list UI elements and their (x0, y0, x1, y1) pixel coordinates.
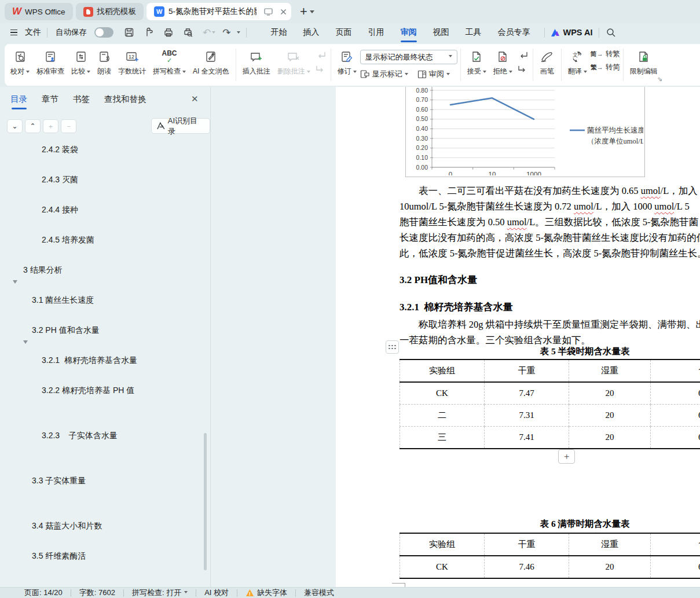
markup-state-select[interactable]: 显示标记的最终状态 (360, 50, 457, 64)
divider (71, 589, 71, 597)
tab-wps-home[interactable]: W WPS Office (5, 3, 73, 20)
document-tab-title: 5-氮杂胞苷对平菇生长的影响 (168, 6, 256, 17)
to-simplified-button[interactable]: 繁→ 转简 (591, 63, 620, 72)
menu-member[interactable]: 会员专享 (490, 24, 538, 41)
track-changes-button[interactable]: 修订 (334, 44, 360, 76)
standard-review-button[interactable]: 标准审查 (33, 44, 68, 76)
proofread-button[interactable]: 校对 (7, 44, 33, 76)
toc-item[interactable]: 2.4.2 装袋 (42, 145, 78, 155)
table-cell: 干重 (485, 533, 569, 556)
autosave-control[interactable]: 自动保存 (56, 27, 113, 38)
toc-item[interactable]: 3.3 子实体重量 (32, 476, 86, 486)
redo-icon[interactable]: ↷ (222, 27, 230, 39)
review-pane-button[interactable]: 审阅 (417, 69, 450, 79)
toc-item[interactable]: 3.2 PH 值和含水量 (32, 325, 100, 336)
word-count-indicator[interactable]: 字数: 7602 (79, 588, 115, 598)
compatibility-mode-badge[interactable]: 兼容模式 (304, 588, 334, 598)
autosave-toggle[interactable] (94, 27, 113, 38)
next-change-icon[interactable] (518, 65, 528, 74)
previous-change-icon[interactable] (518, 51, 528, 60)
table-cell: 7.31 (485, 405, 569, 427)
toc-item[interactable]: 3.2.3 子实体含水量 (42, 431, 118, 441)
insert-comment-button[interactable]: 插入批注 (239, 44, 274, 76)
toc-item[interactable]: 3.2.1 棉籽壳培养基含水量 (42, 355, 137, 366)
menu-start[interactable]: 开始 (263, 24, 295, 41)
table-cell: 20 (569, 382, 651, 405)
close-tab-icon[interactable] (280, 9, 287, 15)
tab-list-chevron-icon[interactable] (310, 10, 314, 16)
menu-tools[interactable]: 工具 (457, 24, 490, 41)
menu-view[interactable]: 视图 (425, 24, 457, 41)
file-menu[interactable]: 文件 (10, 27, 41, 38)
toc-item[interactable]: 3.5 纤维素酶活 (32, 551, 86, 562)
ai-recognize-toc-button[interactable]: AI识别目录 (151, 118, 210, 134)
pane-scrollbar[interactable] (204, 433, 207, 570)
wps-ai-button[interactable]: WPS AI (551, 28, 593, 37)
read-aloud-label: 朗读 (97, 67, 111, 76)
monitor-icon[interactable] (264, 8, 273, 16)
reject-button[interactable]: 拒绝 (490, 44, 516, 76)
toc-item[interactable]: 3.2.2 棉籽壳培养基 PH 值 (42, 386, 134, 396)
tab-chapters[interactable]: 章节 (42, 94, 58, 109)
toc-item[interactable]: 2.4.5 培养发菌 (42, 235, 94, 245)
svg-text:10: 10 (489, 171, 496, 175)
menu-page[interactable]: 页面 (328, 24, 360, 41)
ink-brush-button[interactable]: 画笔 (536, 44, 558, 76)
collapse-ribbon-icon[interactable]: ⇘ (657, 75, 662, 83)
print-preview-icon[interactable] (182, 26, 195, 39)
docer-tab-label: 找稻壳模板 (97, 6, 137, 17)
add-row-button[interactable]: ＋ (558, 449, 575, 464)
toc-item[interactable]: 3.4 菇盖大小和片数 (32, 521, 102, 531)
redo-chevron-icon[interactable] (237, 31, 240, 35)
tab-docer-templates[interactable]: 找稻壳模板 (76, 3, 144, 20)
embedded-chart[interactable]: 0.000.100.200.300.400.500.600.700.800101… (405, 87, 645, 177)
close-pane-icon[interactable]: ✕ (191, 94, 199, 104)
compare-button[interactable]: 比较 (68, 44, 94, 76)
ai-proofread-status[interactable]: AI 校对 (204, 588, 229, 598)
read-aloud-button[interactable]: 朗读 (94, 44, 115, 76)
tab-document[interactable]: W 5-氮杂胞苷对平菇生长的影响 (146, 3, 291, 20)
spell-check-button[interactable]: ABC✓ 拼写检查 (149, 44, 189, 76)
tab-contents[interactable]: 目录 (10, 94, 27, 109)
print-icon[interactable] (162, 26, 175, 39)
table5[interactable]: 实验组干重湿重含水量CK7.472063.42%二7.312063.12%三7.… (400, 359, 700, 449)
svg-text:0.30: 0.30 (416, 135, 428, 142)
show-markup-button[interactable]: 显示标记 (360, 69, 408, 79)
toc-item[interactable]: 2.4.4 接种 (42, 205, 78, 215)
collapse-arrow-icon[interactable] (13, 280, 17, 286)
compare-icon (75, 49, 87, 65)
review-pane-label: 审阅 (429, 69, 444, 79)
save-icon[interactable] (123, 26, 135, 39)
word-count-button[interactable]: 12 字数统计 (115, 44, 149, 76)
document-page[interactable]: 0.000.100.200.300.400.500.600.700.800101… (336, 87, 700, 587)
tab-bookmarks[interactable]: 书签 (73, 94, 90, 109)
toc-item[interactable]: 3.1 菌丝生长速度 (32, 295, 94, 306)
new-tab-button[interactable]: + (300, 5, 307, 18)
export-pdf-icon[interactable] (142, 26, 155, 39)
next-heading-button[interactable]: ⌄ (7, 119, 23, 133)
growth-line-chart: 0.000.100.200.300.400.500.600.700.800101… (406, 87, 643, 175)
divider (237, 589, 237, 597)
table-cell: CK (400, 382, 485, 405)
toc-item[interactable]: 2.4.3 灭菌 (42, 175, 78, 185)
tab-find-replace[interactable]: 查找和替换 (104, 94, 146, 109)
menu-reference[interactable]: 引用 (360, 24, 393, 41)
table6[interactable]: 实验组干重湿重含水量CK7.462062.70% (400, 533, 700, 579)
menu-review[interactable]: 审阅 (393, 24, 425, 41)
translate-button[interactable]: 文A 翻译 (565, 44, 591, 76)
missing-font-warning[interactable]: ! 缺失字体 (245, 588, 287, 598)
table-drag-handle-icon[interactable] (386, 340, 399, 354)
text-boundary-corner (392, 583, 405, 587)
to-traditional-button[interactable]: 简→ 转繁 (591, 49, 620, 59)
divider (544, 28, 545, 38)
page-indicator[interactable]: 页面: 14/20 (24, 588, 63, 598)
search-icon[interactable] (605, 26, 618, 39)
previous-heading-button[interactable]: ⌃ (25, 119, 41, 133)
toc-item[interactable]: 3 结果分析 (23, 265, 63, 276)
menu-insert[interactable]: 插入 (295, 24, 328, 41)
collapse-arrow-icon[interactable] (23, 340, 28, 346)
spellcheck-status[interactable]: 拼写检查: 打开 (132, 588, 188, 598)
restrict-editing-button[interactable]: 限制编辑 (626, 44, 661, 76)
accept-button[interactable]: 接受 (464, 44, 490, 76)
ai-polish-button[interactable]: AI 全文润色 (189, 44, 233, 76)
